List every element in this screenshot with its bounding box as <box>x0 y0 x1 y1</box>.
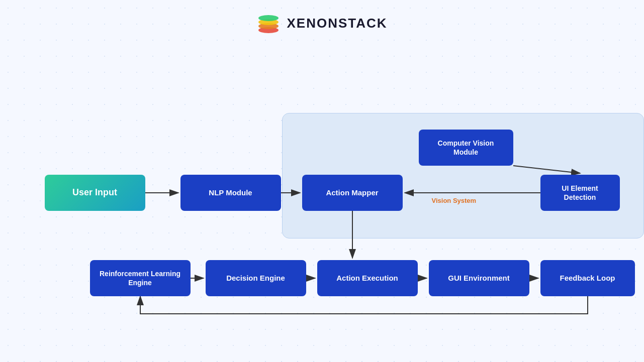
brand-name: XENONSTACK <box>287 16 387 31</box>
computer-vision-node: Computer Vision Module <box>419 130 513 166</box>
diagram: User Input NLP Module Action Mapper Comp… <box>21 40 624 321</box>
gui-environment-node: GUI Environment <box>429 260 529 296</box>
rl-engine-node: Reinforcement Learning Engine <box>90 260 191 296</box>
nlp-module-node: NLP Module <box>180 175 281 211</box>
xenonstack-logo <box>256 11 281 35</box>
ui-element-detection-node: UI Element Detection <box>540 175 620 211</box>
page-wrapper: XENONSTACK <box>0 0 644 362</box>
user-input-node: User Input <box>45 175 145 211</box>
decision-engine-node: Decision Engine <box>206 260 306 296</box>
vision-system-label: Vision System <box>432 197 477 204</box>
feedback-loop-node: Feedback Loop <box>540 260 635 296</box>
header: XENONSTACK <box>0 0 644 40</box>
svg-point-3 <box>258 15 279 21</box>
action-mapper-node: Action Mapper <box>302 175 403 211</box>
action-execution-node: Action Execution <box>317 260 418 296</box>
